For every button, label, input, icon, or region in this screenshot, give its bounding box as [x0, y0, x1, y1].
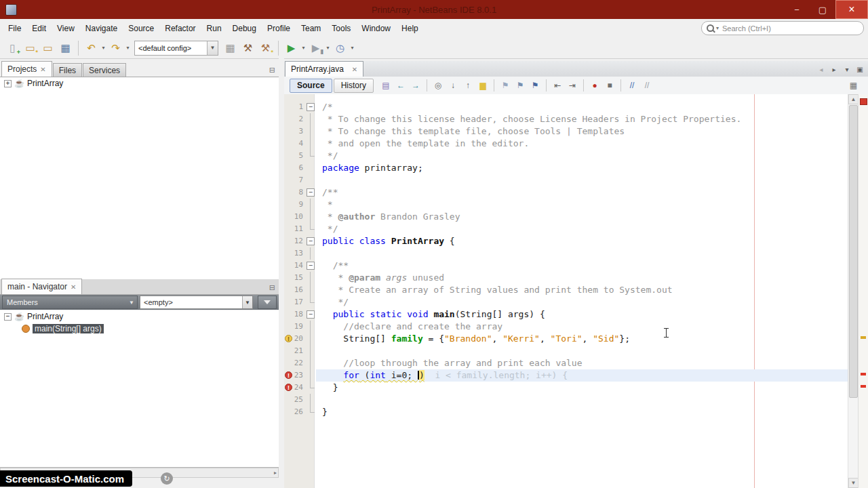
- code-text[interactable]: /*: [316, 101, 848, 113]
- menu-run[interactable]: Run: [201, 20, 227, 37]
- code-line[interactable]: 26}: [284, 406, 848, 418]
- menu-window[interactable]: Window: [356, 20, 396, 37]
- code-line[interactable]: 5 */: [284, 150, 848, 162]
- line-number[interactable]: 15: [284, 272, 305, 284]
- titlebar[interactable]: PrintArray - NetBeans IDE 8.0.1 −▢×: [0, 0, 868, 19]
- line-number[interactable]: 21: [284, 345, 305, 357]
- find-next-icon[interactable]: ↓: [446, 79, 460, 92]
- line-number[interactable]: 4: [284, 138, 305, 150]
- debug-project-dropdown-icon[interactable]: ▾: [325, 39, 331, 56]
- error-stripe-mark[interactable]: [861, 385, 866, 388]
- code-text[interactable]: //declare and create the array: [316, 321, 848, 333]
- undo-icon[interactable]: ↶: [83, 39, 100, 56]
- code-text[interactable]: for (int i=0; ) i < family.length; i++) …: [316, 369, 848, 382]
- code-text[interactable]: /**: [316, 186, 848, 199]
- close-icon[interactable]: ✕: [352, 66, 357, 73]
- collapse-fold-icon[interactable]: −: [307, 310, 315, 319]
- line-number[interactable]: 3: [284, 125, 305, 138]
- warning-badge-icon[interactable]: !: [285, 335, 292, 342]
- undo-dropdown-icon[interactable]: ▾: [100, 39, 106, 56]
- scroll-right-icon[interactable]: ▸: [829, 64, 840, 75]
- line-number[interactable]: 13: [284, 247, 305, 260]
- split-window-icon[interactable]: ▦: [850, 81, 857, 90]
- menu-edit[interactable]: Edit: [26, 20, 52, 37]
- menu-tools[interactable]: Tools: [326, 20, 356, 37]
- line-number[interactable]: 19: [284, 321, 305, 333]
- next-bookmark-icon[interactable]: ⚑: [513, 79, 527, 92]
- line-number[interactable]: 24!: [284, 382, 305, 394]
- panel-splitter[interactable]: [279, 58, 284, 488]
- menu-refactor[interactable]: Refactor: [159, 20, 201, 37]
- line-number[interactable]: 9: [284, 199, 305, 211]
- editor-body[interactable]: 1−/*2 * To change this license header, c…: [284, 94, 868, 488]
- code-line[interactable]: 25: [284, 394, 848, 406]
- menu-view[interactable]: View: [52, 20, 80, 37]
- tab-files[interactable]: Files: [53, 63, 82, 77]
- line-number[interactable]: 7: [284, 174, 305, 186]
- warning-stripe-mark[interactable]: [861, 336, 866, 339]
- code-text[interactable]: [316, 174, 848, 186]
- expander-icon[interactable]: −: [4, 313, 12, 321]
- code-line[interactable]: 15 * @param args unused: [284, 272, 848, 284]
- last-edited-icon[interactable]: ▤: [379, 79, 393, 92]
- code-text[interactable]: *: [316, 199, 848, 211]
- clean-and-build-icon[interactable]: ⚒*: [257, 39, 274, 56]
- code-text[interactable]: [316, 345, 848, 357]
- search-input[interactable]: ▾ Search (Ctrl+I): [701, 21, 864, 35]
- code-line[interactable]: 11 */: [284, 223, 848, 235]
- code-line[interactable]: 16 * Create an array of String values an…: [284, 284, 848, 296]
- code-line[interactable]: 2 * To change this license header, choos…: [284, 113, 848, 125]
- code-line[interactable]: 17 */: [284, 296, 848, 308]
- config-select[interactable]: <default config>▼: [134, 41, 218, 56]
- code-line[interactable]: 7: [284, 174, 848, 186]
- close-button[interactable]: ×: [835, 0, 868, 19]
- code-line[interactable]: 24! }: [284, 382, 848, 394]
- collapse-fold-icon[interactable]: −: [307, 103, 315, 111]
- tab-navigator[interactable]: main - Navigator ✕: [1, 279, 82, 294]
- tree-row[interactable]: −☕PrintArray: [0, 310, 279, 323]
- code-text[interactable]: * and open the template in the editor.: [316, 138, 848, 150]
- line-number[interactable]: 18: [284, 308, 305, 321]
- tab-projects[interactable]: Projects✕: [1, 61, 52, 77]
- code-line[interactable]: 13: [284, 247, 848, 260]
- menu-help[interactable]: Help: [396, 20, 424, 37]
- view-button-source[interactable]: Source: [290, 79, 332, 93]
- open-project-icon[interactable]: ▭: [39, 39, 56, 56]
- navigator-view-select[interactable]: Members ▼: [2, 296, 138, 309]
- code-text[interactable]: }: [316, 406, 848, 418]
- navigator-filter-select[interactable]: <empty> ▼: [140, 296, 253, 309]
- code-line[interactable]: 9 *: [284, 199, 848, 211]
- code-text[interactable]: * Create an array of String values and p…: [316, 284, 848, 296]
- code-text[interactable]: */: [316, 296, 848, 308]
- scroll-up-icon[interactable]: ▲: [848, 94, 859, 104]
- save-all-icon[interactable]: ▦: [57, 39, 74, 56]
- scroll-left-icon[interactable]: ◂: [816, 64, 827, 75]
- restore-button[interactable]: ▢: [810, 0, 835, 19]
- tab-list-icon[interactable]: ▾: [842, 64, 852, 75]
- code-line[interactable]: 18− public static void main(String[] arg…: [284, 308, 848, 321]
- comment-icon[interactable]: //: [625, 79, 639, 92]
- maximize-icon[interactable]: ▣: [854, 64, 865, 75]
- code-text[interactable]: public static void main(String[] args) {: [316, 308, 848, 321]
- shift-right-icon[interactable]: ⇥: [566, 79, 579, 92]
- new-project-icon[interactable]: ▭*: [22, 39, 39, 56]
- code-text[interactable]: package printarray;: [316, 162, 848, 174]
- editor-vertical-scrollbar[interactable]: ▲ ▼: [848, 94, 859, 488]
- code-line[interactable]: 12−public class PrintArray {: [284, 235, 848, 247]
- back-icon[interactable]: ←: [394, 79, 408, 92]
- profile-project-dropdown-icon[interactable]: ▾: [349, 39, 355, 56]
- code-text[interactable]: [316, 247, 848, 260]
- code-text[interactable]: * @param args unused: [316, 272, 848, 284]
- minimize-window-group-icon[interactable]: ⊟: [269, 284, 275, 291]
- tab-printarray-java[interactable]: PrintArray.java ✕: [285, 61, 363, 77]
- code-line[interactable]: 4 * and open the template in the editor.: [284, 138, 848, 150]
- code-line[interactable]: 8−/**: [284, 186, 848, 199]
- code-text[interactable]: public class PrintArray {: [316, 235, 848, 247]
- menu-file[interactable]: File: [3, 20, 26, 37]
- stop-macro-icon[interactable]: ■: [603, 79, 616, 92]
- menu-team[interactable]: Team: [296, 20, 326, 37]
- redo-dropdown-icon[interactable]: ▾: [125, 39, 131, 56]
- line-number[interactable]: 20!: [284, 333, 305, 345]
- code-text[interactable]: */: [316, 150, 848, 162]
- line-number[interactable]: 12: [284, 235, 305, 247]
